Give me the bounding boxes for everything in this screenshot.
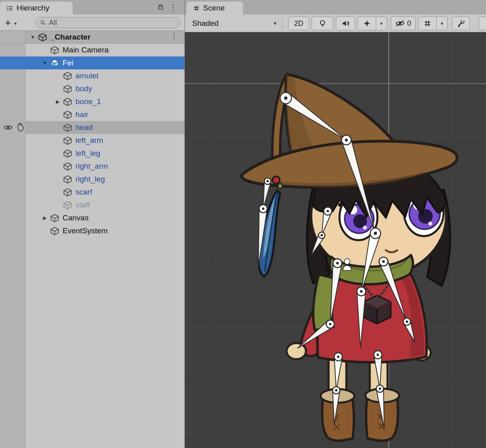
cube-icon bbox=[63, 175, 72, 184]
cube-icon bbox=[63, 136, 72, 145]
hierarchy-tabstrip: Hierarchy ⋮ bbox=[0, 0, 184, 15]
tools-button[interactable] bbox=[452, 17, 470, 30]
tab-scene[interactable]: Scene bbox=[186, 2, 243, 15]
scene-toolbar: Shaded ▼ 2D ▼ 0 bbox=[185, 15, 486, 32]
lock-icon[interactable] bbox=[157, 3, 165, 11]
hierarchy-row-scarf[interactable]: scarf bbox=[0, 186, 184, 199]
bone-gizmo bbox=[334, 353, 342, 390]
cube-icon bbox=[63, 110, 72, 119]
hierarchy-row-bone-1[interactable]: ▶ bone_1 bbox=[0, 95, 184, 108]
row-label: left_arm bbox=[75, 136, 103, 145]
foldout-closed-icon[interactable]: ▶ bbox=[40, 215, 50, 221]
foldout-closed-icon[interactable]: ▶ bbox=[52, 99, 63, 105]
hierarchy-row-body[interactable]: body bbox=[0, 82, 184, 95]
shading-mode-dropdown[interactable]: Shaded ▼ bbox=[187, 15, 283, 32]
cube-icon bbox=[63, 201, 72, 210]
bone-gizmo bbox=[379, 257, 407, 322]
row-label: right_arm bbox=[75, 162, 108, 171]
grid-toggle-button[interactable] bbox=[418, 17, 437, 30]
effects-sparkle-icon bbox=[363, 19, 371, 27]
bone-gizmo bbox=[280, 92, 346, 140]
visibility-eye-icon[interactable] bbox=[3, 123, 13, 132]
hidden-count: 0 bbox=[407, 19, 411, 28]
cube-icon bbox=[50, 46, 59, 55]
tab-hierarchy[interactable]: Hierarchy bbox=[0, 2, 73, 15]
cube-icon bbox=[63, 149, 72, 158]
grid-dropdown-button[interactable]: ▼ bbox=[436, 17, 448, 30]
cube-icon bbox=[63, 84, 72, 94]
bone-gizmo bbox=[311, 232, 325, 256]
bone-gizmo bbox=[258, 205, 267, 267]
audio-toggle-button[interactable] bbox=[336, 17, 355, 30]
hierarchy-row-head[interactable]: head bbox=[0, 121, 184, 134]
sprite-skin-gizmo-icon bbox=[343, 259, 351, 270]
row-label: body bbox=[75, 84, 92, 93]
light-bulb-icon bbox=[318, 19, 327, 27]
hierarchy-toolbar: + ▼ All bbox=[0, 15, 184, 31]
hierarchy-row-right-arm[interactable]: right_arm bbox=[0, 160, 184, 173]
hierarchy-row-fei[interactable]: ▼ Fei bbox=[0, 57, 184, 69]
foldout-open-icon[interactable]: ▼ bbox=[40, 60, 50, 66]
lighting-toggle-button[interactable] bbox=[312, 17, 333, 30]
grid-icon bbox=[423, 19, 432, 27]
cube-icon bbox=[63, 97, 72, 107]
scene-viewport[interactable] bbox=[185, 32, 486, 448]
foldout-open-icon[interactable]: ▼ bbox=[27, 34, 38, 40]
hierarchy-row-right-leg[interactable]: right_leg bbox=[0, 173, 184, 186]
hierarchy-row-staff[interactable]: staff bbox=[0, 199, 184, 211]
add-button[interactable]: + bbox=[5, 15, 11, 30]
hierarchy-row-left-leg[interactable]: left_leg bbox=[0, 147, 184, 160]
shading-mode-label: Shaded bbox=[192, 19, 219, 28]
effects-dropdown-button[interactable]: ▼ bbox=[376, 17, 387, 30]
hierarchy-row-main-camera[interactable]: Main Camera bbox=[0, 44, 184, 57]
hierarchy-row-amulet[interactable]: amulet bbox=[0, 69, 184, 82]
hierarchy-row-canvas[interactable]: ▶ Canvas bbox=[0, 211, 184, 224]
bone-gizmo bbox=[330, 259, 342, 324]
cube-icon bbox=[50, 214, 59, 223]
row-label: Canvas bbox=[63, 214, 88, 222]
bone-overlay[interactable] bbox=[185, 32, 486, 448]
scene-name-label: _Character bbox=[50, 33, 90, 42]
effects-toggle-button[interactable] bbox=[358, 17, 376, 30]
bone-gizmo bbox=[361, 228, 381, 291]
cube-icon bbox=[63, 71, 72, 81]
hierarchy-row-hair[interactable]: hair bbox=[0, 108, 184, 121]
cube-icon bbox=[63, 188, 72, 197]
bone-gizmo bbox=[357, 287, 366, 348]
overflow-button[interactable]: ▼ bbox=[479, 17, 486, 30]
bone-gizmo bbox=[403, 318, 415, 342]
cube-icon bbox=[50, 226, 59, 236]
hierarchy-row-left-arm[interactable]: left_arm bbox=[0, 134, 184, 147]
scene-header-character[interactable]: ▼ _Character ⋮ bbox=[0, 31, 184, 44]
search-placeholder: All bbox=[49, 19, 57, 27]
hierarchy-list-icon bbox=[6, 5, 13, 12]
row-label: head bbox=[75, 123, 92, 132]
cube-icon bbox=[63, 123, 72, 132]
picking-hand-icon[interactable] bbox=[15, 123, 25, 132]
chevron-down-icon: ▼ bbox=[379, 21, 383, 26]
unity-scene-icon bbox=[38, 33, 47, 42]
bone-gizmo bbox=[322, 207, 332, 235]
row-label: scarf bbox=[75, 188, 92, 197]
scene-visibility-button[interactable]: 0 bbox=[391, 17, 416, 30]
2d-label: 2D bbox=[294, 19, 303, 28]
scene-tabstrip: Scene bbox=[185, 0, 486, 15]
kebab-menu-icon[interactable]: ⋮ bbox=[170, 31, 178, 41]
cube-icon bbox=[63, 162, 72, 171]
2d-toggle-button[interactable]: 2D bbox=[288, 17, 309, 30]
search-input[interactable]: All bbox=[36, 17, 180, 28]
search-icon bbox=[40, 20, 46, 26]
kebab-menu-icon[interactable]: ⋮ bbox=[169, 2, 177, 13]
scene-panel: Scene Shaded ▼ 2D ▼ bbox=[185, 0, 486, 448]
eye-off-icon bbox=[395, 19, 405, 27]
chevron-down-icon[interactable]: ▼ bbox=[13, 21, 17, 26]
speaker-icon bbox=[341, 19, 350, 27]
row-label: EventSystem bbox=[63, 226, 108, 235]
hierarchy-panel: Hierarchy ⋮ + ▼ All ▼ _Character ⋮ bbox=[0, 0, 185, 448]
tab-scene-label: Scene bbox=[203, 4, 225, 13]
chevron-down-icon: ▼ bbox=[440, 21, 444, 26]
hierarchy-row-eventsystem[interactable]: EventSystem bbox=[0, 224, 184, 237]
prefab-cube-icon bbox=[50, 59, 59, 68]
row-label: Fei bbox=[63, 59, 73, 67]
bone-gizmo bbox=[263, 178, 271, 209]
